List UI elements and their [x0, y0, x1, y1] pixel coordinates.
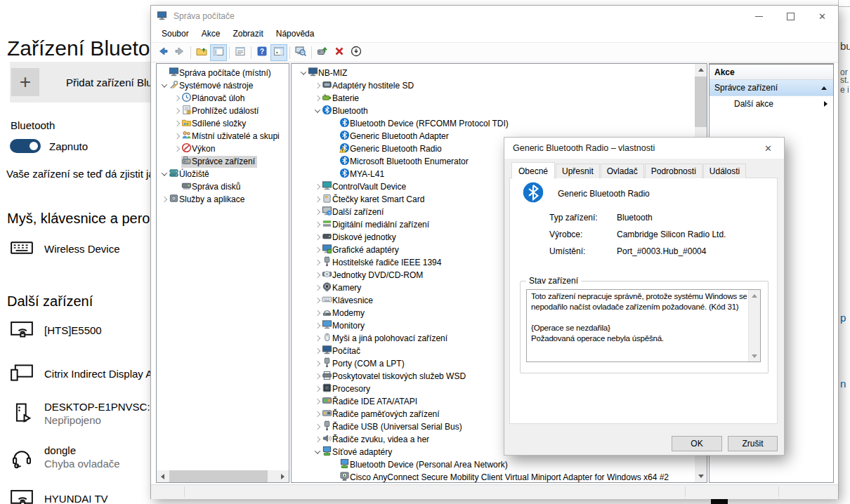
scroll-right-button[interactable]: [277, 470, 289, 482]
tree-item[interactable]: Úložiště: [157, 168, 289, 180]
chevron-collapsed-icon[interactable]: [313, 248, 322, 252]
tree-item[interactable]: Systémové nástroje: [157, 79, 289, 92]
forward-button[interactable]: [171, 44, 188, 61]
chevron-expanded-icon[interactable]: [299, 71, 308, 75]
tree-item[interactable]: Plánovač úloh: [157, 92, 289, 105]
chevron-collapsed-icon[interactable]: [313, 260, 322, 265]
chevron-collapsed-icon[interactable]: [172, 121, 181, 126]
show-console-tree-button[interactable]: [210, 44, 227, 61]
textbox-scrollbar[interactable]: [748, 290, 760, 362]
horizontal-scrollbar[interactable]: [157, 470, 289, 482]
properties-button[interactable]: [232, 44, 249, 61]
chevron-collapsed-icon[interactable]: [313, 412, 322, 416]
menu-item[interactable]: Zobrazit: [226, 27, 269, 40]
chevron-collapsed-icon[interactable]: [313, 336, 322, 340]
tree-item[interactable]: Cisco AnyConnect Secure Mobility Client …: [292, 471, 695, 483]
tree-item[interactable]: Správa počítače (místní): [157, 67, 289, 79]
tree-item[interactable]: Místní uživatelé a skupi: [157, 130, 289, 142]
chevron-expanded-icon[interactable]: [313, 109, 322, 113]
device-list-item[interactable]: [HTS]E5500: [10, 317, 102, 343]
dialog-tab[interactable]: Ovladač: [601, 164, 644, 178]
chevron-collapsed-icon[interactable]: [313, 399, 322, 404]
chevron-collapsed-icon[interactable]: [313, 223, 322, 227]
back-button[interactable]: [155, 44, 171, 61]
scroll-up-button[interactable]: [695, 64, 707, 76]
chevron-collapsed-icon[interactable]: [313, 425, 322, 429]
tree-item-label: Adaptéry hostitele SD: [332, 81, 414, 91]
update-driver-button[interactable]: [314, 44, 331, 61]
device-list-item[interactable]: Citrix Indirect Display Ada: [10, 361, 164, 386]
tree-item[interactable]: Výkon: [157, 142, 289, 155]
tree-item[interactable]: NB-MIZ: [292, 67, 695, 79]
tree-item[interactable]: Prohlížeč událostí: [157, 105, 289, 117]
chevron-expanded-icon[interactable]: [313, 450, 322, 454]
menu-item[interactable]: Nápověda: [270, 27, 321, 40]
help-button[interactable]: ?: [254, 44, 270, 61]
chevron-collapsed-icon[interactable]: [172, 96, 181, 100]
tree-item-label: Cisco AnyConnect Secure Mobility Client …: [350, 472, 669, 482]
tree-item[interactable]: Správce zařízení: [157, 155, 289, 168]
tree-item[interactable]: Bluetooth Device (RFCOMM Protocol TDI): [292, 117, 695, 130]
disable-device-button[interactable]: [348, 44, 365, 61]
scroll-up-icon[interactable]: [749, 290, 760, 301]
menu-item[interactable]: Soubor: [155, 27, 195, 40]
chevron-collapsed-icon[interactable]: [172, 147, 181, 151]
ok-button[interactable]: OK: [672, 436, 722, 451]
tree-item[interactable]: Služby a aplikace: [157, 193, 289, 206]
dialog-tab[interactable]: Podrobnosti: [645, 164, 702, 178]
scrollbar-thumb[interactable]: [169, 470, 268, 482]
chevron-collapsed-icon[interactable]: [313, 210, 322, 214]
chevron-collapsed-icon[interactable]: [313, 324, 322, 328]
chevron-collapsed-icon[interactable]: [172, 134, 181, 138]
chevron-collapsed-icon[interactable]: [313, 286, 322, 290]
device-list-item[interactable]: dongleChyba ovladače: [10, 444, 120, 471]
tree-item[interactable]: Baterie: [292, 92, 695, 105]
up-level-button[interactable]: [193, 44, 210, 61]
scrollbar-thumb[interactable]: [695, 77, 707, 127]
device-list-item[interactable]: Wireless Device: [10, 236, 120, 261]
status-text-line: nepodařilo načíst ovladače zařízením pož…: [531, 303, 747, 313]
chevron-collapsed-icon[interactable]: [313, 362, 322, 366]
tree-item[interactable]: Sdílené složky: [157, 117, 289, 130]
minimize-button[interactable]: [743, 6, 775, 27]
chevron-collapsed-icon[interactable]: [313, 387, 322, 391]
chevron-collapsed-icon[interactable]: [313, 273, 322, 277]
chevron-collapsed-icon[interactable]: [313, 311, 322, 315]
tree-item[interactable]: Adaptéry hostitele SD: [292, 79, 695, 92]
chevron-collapsed-icon[interactable]: [313, 298, 322, 303]
uninstall-device-button[interactable]: [331, 44, 348, 61]
close-button[interactable]: ✕: [806, 6, 838, 27]
tree-item[interactable]: Bluetooth: [292, 105, 695, 117]
cancel-button[interactable]: Zrušit: [728, 436, 778, 451]
chevron-collapsed-icon[interactable]: [313, 437, 322, 442]
dialog-tab[interactable]: Obecné: [511, 162, 555, 179]
chevron-collapsed-icon[interactable]: [313, 197, 322, 201]
scroll-down-button[interactable]: [695, 470, 707, 482]
chevron-collapsed-icon[interactable]: [313, 96, 322, 100]
tree-item[interactable]: Správa disků: [157, 180, 289, 193]
chevron-collapsed-icon[interactable]: [313, 185, 322, 189]
device-list-item[interactable]: HYUNDAI TV: [10, 486, 108, 504]
chevron-collapsed-icon[interactable]: [313, 235, 322, 239]
more-actions-item[interactable]: Další akce: [710, 96, 833, 111]
dialog-tab[interactable]: Upřesnit: [556, 164, 600, 178]
chevron-collapsed-icon[interactable]: [159, 197, 169, 201]
chevron-collapsed-icon[interactable]: [313, 374, 322, 378]
scroll-down-icon[interactable]: [749, 350, 760, 362]
chevron-collapsed-icon[interactable]: [172, 109, 181, 113]
maximize-button[interactable]: [775, 6, 806, 27]
tree-item[interactable]: Bluetooth Device (Personal Area Network): [292, 458, 695, 471]
dialog-close-button[interactable]: ✕: [752, 138, 784, 159]
chevron-collapsed-icon[interactable]: [313, 84, 322, 88]
chevron-expanded-icon[interactable]: [159, 172, 169, 176]
chevron-collapsed-icon[interactable]: [313, 349, 322, 353]
menu-item[interactable]: Akce: [195, 27, 227, 40]
show-action-pane-button[interactable]: [270, 44, 287, 61]
scroll-left-button[interactable]: [157, 470, 169, 482]
bluetooth-toggle[interactable]: [10, 139, 41, 153]
device-status-textbox[interactable]: Toto zařízení nepracuje správně, protože…: [526, 289, 761, 362]
dialog-tab[interactable]: Události: [703, 164, 746, 178]
actions-group-device-manager[interactable]: Správce zařízení: [710, 80, 833, 96]
chevron-expanded-icon[interactable]: [159, 84, 169, 88]
scan-hardware-button[interactable]: [292, 44, 309, 61]
